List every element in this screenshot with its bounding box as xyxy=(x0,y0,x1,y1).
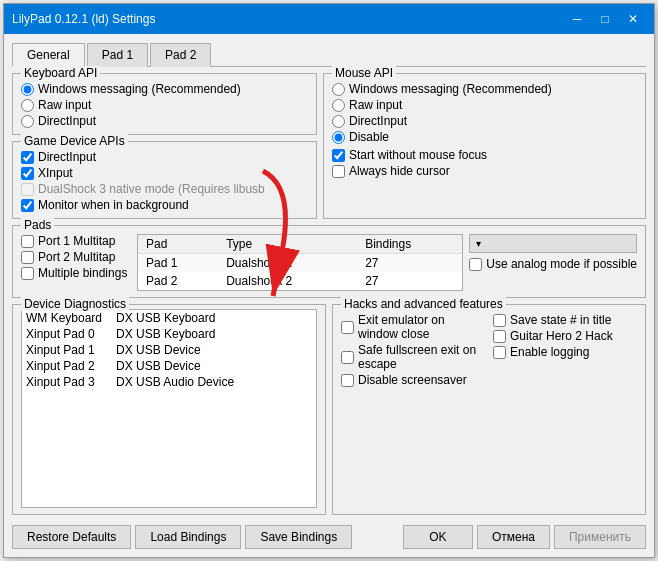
keyboard-directinput[interactable]: DirectInput xyxy=(21,114,308,128)
mouse-extra-options: Start without mouse focus Always hide cu… xyxy=(332,148,637,178)
hacks-col1: Exit emulator on window close Safe fulls… xyxy=(341,313,485,387)
pad-multiple-bindings[interactable]: Multiple bindings xyxy=(21,266,131,280)
pads-right: Use analog mode if possible xyxy=(469,234,637,291)
keyboard-api-title: Keyboard API xyxy=(21,66,100,80)
device-diagnostics-group: Device Diagnostics WM Keyboard DX USB Ke… xyxy=(12,304,326,515)
minimize-button[interactable]: ─ xyxy=(564,10,590,28)
buttons-row: Restore Defaults Load Bindings Save Bind… xyxy=(12,521,646,549)
pads-inner: Port 1 Multitap Port 2 Multitap Multiple… xyxy=(21,234,637,291)
pads-table: Pad Type Bindings Pad 1 Dualshock 2 27 xyxy=(138,235,462,290)
pad-port1-multitap[interactable]: Port 1 Multitap xyxy=(21,234,131,248)
mouse-always-hide-cursor[interactable]: Always hide cursor xyxy=(332,164,637,178)
hacks-inner: Exit emulator on window close Safe fulls… xyxy=(341,313,637,387)
gamedev-directinput[interactable]: DirectInput xyxy=(21,150,308,164)
pads-col-bindings: Bindings xyxy=(357,235,462,254)
hacks-row: Exit emulator on window close Safe fulls… xyxy=(341,313,637,387)
list-item[interactable]: WM Keyboard DX USB Keyboard xyxy=(22,310,316,326)
pads-group: Pads Port 1 Multitap Port 2 Multitap Mul… xyxy=(12,225,646,298)
save-bindings-button[interactable]: Save Bindings xyxy=(245,525,352,549)
pad2-name: Pad 2 xyxy=(138,272,218,290)
list-item[interactable]: Xinput Pad 0 DX USB Keyboard xyxy=(22,326,316,342)
hack-disable-screensaver[interactable]: Disable screensaver xyxy=(341,373,485,387)
hack-exit-emulator[interactable]: Exit emulator on window close xyxy=(341,313,485,341)
mouse-start-without-focus[interactable]: Start without mouse focus xyxy=(332,148,637,162)
bottom-groups: Device Diagnostics WM Keyboard DX USB Ke… xyxy=(12,304,646,515)
pad2-type: Dualshock 2 xyxy=(218,272,357,290)
maximize-button[interactable]: □ xyxy=(592,10,618,28)
restore-defaults-button[interactable]: Restore Defaults xyxy=(12,525,131,549)
game-device-apis-title: Game Device APIs xyxy=(21,134,128,148)
pad1-bindings: 27 xyxy=(357,254,462,273)
game-device-apis-group: Game Device APIs DirectInput XInput D xyxy=(12,141,317,219)
game-device-options: DirectInput XInput DualShock 3 native mo… xyxy=(21,150,308,212)
cancel-button[interactable]: Отмена xyxy=(477,525,550,549)
mouse-api-title: Mouse API xyxy=(332,66,396,80)
window-title: LilyPad 0.12.1 (ld) Settings xyxy=(12,12,155,26)
mouse-raw-input[interactable]: Raw input xyxy=(332,98,637,112)
pads-col-pad: Pad xyxy=(138,235,218,254)
table-row[interactable]: Pad 1 Dualshock 2 27 xyxy=(138,254,462,273)
hack-guitar-hero[interactable]: Guitar Hero 2 Hack xyxy=(493,329,637,343)
list-item[interactable]: Xinput Pad 1 DX USB Device xyxy=(22,342,316,358)
left-groups: Keyboard API Windows messaging (Recommen… xyxy=(12,73,317,219)
hacks-col2: Save state # in title Guitar Hero 2 Hack… xyxy=(493,313,637,387)
pads-title: Pads xyxy=(21,218,54,232)
gamedev-dualshock3[interactable]: DualShock 3 native mode (Requires libusb xyxy=(21,182,308,196)
tab-pad2[interactable]: Pad 2 xyxy=(150,43,211,67)
mouse-api-group: Mouse API Windows messaging (Recommended… xyxy=(323,73,646,219)
table-row[interactable]: Pad 2 Dualshock 2 27 xyxy=(138,272,462,290)
device-list: WM Keyboard DX USB Keyboard Xinput Pad 0… xyxy=(21,309,317,508)
keyboard-api-options: Windows messaging (Recommended) Raw inpu… xyxy=(21,82,308,128)
hack-safe-fullscreen[interactable]: Safe fullscreen exit on escape xyxy=(341,343,485,371)
pad-type-dropdown[interactable] xyxy=(469,234,637,253)
load-bindings-button[interactable]: Load Bindings xyxy=(135,525,241,549)
mouse-disable[interactable]: Disable xyxy=(332,130,637,144)
tab-general[interactable]: General xyxy=(12,43,85,67)
main-window: LilyPad 0.12.1 (ld) Settings ─ □ ✕ Gener… xyxy=(3,3,655,558)
analog-mode-checkbox[interactable]: Use analog mode if possible xyxy=(469,257,637,271)
device-diagnostics-title: Device Diagnostics xyxy=(21,297,129,311)
keyboard-raw-input[interactable]: Raw input xyxy=(21,98,308,112)
list-item[interactable]: Xinput Pad 3 DX USB Audio Device xyxy=(22,374,316,390)
hacks-title: Hacks and advanced features xyxy=(341,297,506,311)
keyboard-windows-messaging[interactable]: Windows messaging (Recommended) xyxy=(21,82,308,96)
pad2-bindings: 27 xyxy=(357,272,462,290)
tab-pad1[interactable]: Pad 1 xyxy=(87,43,148,67)
ok-button[interactable]: OK xyxy=(403,525,473,549)
title-bar: LilyPad 0.12.1 (ld) Settings ─ □ ✕ xyxy=(4,4,654,34)
pads-left-checkboxes: Port 1 Multitap Port 2 Multitap Multiple… xyxy=(21,234,131,291)
input-apis-section: Keyboard API Windows messaging (Recommen… xyxy=(12,73,646,219)
gamedev-xinput[interactable]: XInput xyxy=(21,166,308,180)
mouse-windows-messaging[interactable]: Windows messaging (Recommended) xyxy=(332,82,637,96)
hack-save-state-title[interactable]: Save state # in title xyxy=(493,313,637,327)
main-content: General Pad 1 Pad 2 Keyboard API Windows… xyxy=(4,34,654,557)
pad-port2-multitap[interactable]: Port 2 Multitap xyxy=(21,250,131,264)
keyboard-api-group: Keyboard API Windows messaging (Recommen… xyxy=(12,73,317,135)
list-item[interactable]: Xinput Pad 2 DX USB Device xyxy=(22,358,316,374)
hack-enable-logging[interactable]: Enable logging xyxy=(493,345,637,359)
pad1-type: Dualshock 2 xyxy=(218,254,357,273)
hacks-group: Hacks and advanced features Exit emulato… xyxy=(332,304,646,515)
mouse-directinput[interactable]: DirectInput xyxy=(332,114,637,128)
mouse-api-options: Windows messaging (Recommended) Raw inpu… xyxy=(332,82,637,144)
pad1-name: Pad 1 xyxy=(138,254,218,273)
title-bar-buttons: ─ □ ✕ xyxy=(564,10,646,28)
close-button[interactable]: ✕ xyxy=(620,10,646,28)
pads-table-container: Pad Type Bindings Pad 1 Dualshock 2 27 xyxy=(137,234,463,291)
apply-button[interactable]: Применить xyxy=(554,525,646,549)
tab-bar: General Pad 1 Pad 2 xyxy=(12,42,646,67)
gamedev-monitor-background[interactable]: Monitor when in background xyxy=(21,198,308,212)
pads-col-type: Type xyxy=(218,235,357,254)
